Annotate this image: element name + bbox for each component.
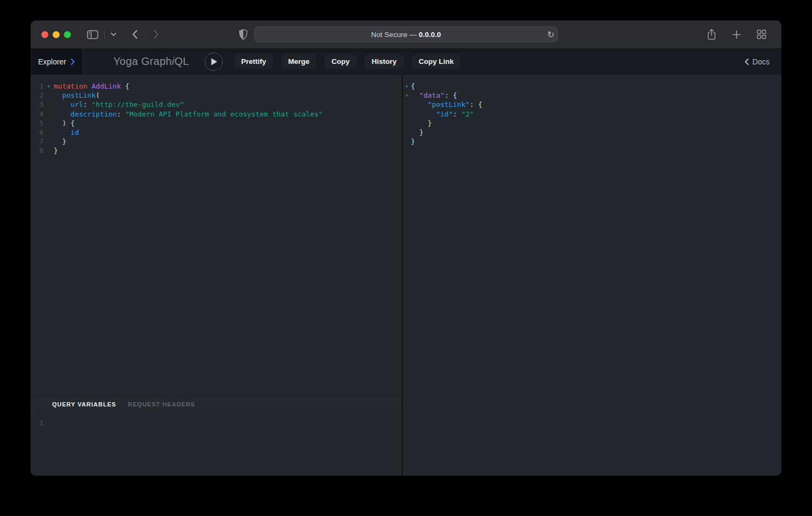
grid-icon [757,30,766,39]
code-text: url: "http://the-guild.dev" [54,100,184,109]
code-text: "id": "2" [411,110,474,119]
chevron-left-icon [744,58,749,66]
left-pane: 1▾mutation AddLink {2 postLink(3 url: "h… [31,75,402,476]
forward-button[interactable] [151,27,162,41]
browser-window: Not Secure — 0.0.0.0 ↻ [31,20,781,476]
code-line[interactable]: 3 url: "http://the-guild.dev" [31,100,402,109]
url-security-text: Not Secure — [371,31,417,39]
code-line: "postLink": { [403,100,781,109]
code-text: { [411,82,415,91]
code-line[interactable]: 8} [31,146,402,155]
line-number: 1 [31,82,44,91]
tab-request-headers[interactable]: REQUEST HEADERS [128,401,195,408]
fold-gutter [44,91,54,100]
url-host-text: 0.0.0.0 [419,31,441,39]
prettify-button[interactable]: Prettify [234,54,273,69]
fold-gutter [44,146,54,155]
execute-query-button[interactable] [205,53,223,71]
address-bar[interactable]: Not Secure — 0.0.0.0 ↻ [255,27,558,42]
bottom-panel-tabs: QUERY VARIABLES REQUEST HEADERS [31,397,402,411]
code-text: postLink( [54,91,100,100]
code-text: mutation AddLink { [54,82,129,91]
sidebar-toggle-button[interactable] [85,28,100,41]
fold-arrow-icon[interactable]: ▾ [44,82,54,91]
share-button[interactable] [705,26,719,42]
code-line[interactable]: 7 } [31,137,402,146]
tab-query-variables[interactable]: QUERY VARIABLES [52,401,116,408]
toolbar-buttons: Prettify Merge Copy History Copy Link [234,48,461,75]
code-text: description: "Modern API Platform and ec… [54,110,323,119]
fold-gutter [44,128,54,137]
zoom-button[interactable] [64,31,71,38]
code-line[interactable]: 6 id [31,128,402,137]
query-editor-pane[interactable]: 1▾mutation AddLink {2 postLink(3 url: "h… [31,75,402,397]
explorer-label: Explorer [38,57,66,66]
plus-icon [732,30,741,39]
code-line[interactable]: 2 postLink( [31,91,402,100]
sidebar-icon [87,30,98,39]
code-line[interactable]: 5 ) { [31,119,402,128]
line-number: 6 [31,128,44,137]
nav-controls [85,27,162,41]
fold-gutter [44,119,54,128]
reload-button[interactable]: ↻ [547,30,554,39]
back-button[interactable] [129,27,140,41]
code-line: ▾{ [403,82,781,91]
line-number: 8 [31,146,44,155]
code-text: } [54,137,66,146]
tab-group-chevron-button[interactable] [108,30,119,39]
close-button[interactable] [41,31,48,38]
line-number: 1 [31,418,44,427]
chevron-left-icon [132,30,138,39]
divider [104,31,105,39]
fold-gutter [44,110,54,119]
code-line: "id": "2" [403,110,781,119]
fold-gutter [403,119,411,128]
code-text: } [54,146,58,155]
copy-button[interactable]: Copy [324,54,357,69]
code-line: } [403,119,781,128]
history-button[interactable]: History [365,54,404,69]
copy-link-button[interactable]: Copy Link [412,54,461,69]
tab-overview-button[interactable] [755,27,769,41]
docs-toggle-button[interactable]: Docs [744,57,770,66]
code-text: "postLink": { [411,100,482,109]
play-icon [211,58,218,66]
fold-gutter [403,137,411,146]
address-bar-group: Not Secure — 0.0.0.0 ↻ [255,27,558,42]
code-text: id [54,128,79,137]
response-pane: ▾{▾ "data": { "postLink": { "id": "2" } … [403,75,781,476]
docs-label: Docs [752,57,770,66]
code-text: } [411,137,415,146]
code-line[interactable]: 1 [31,418,402,427]
minimize-button[interactable] [53,31,60,38]
titlebar: Not Secure — 0.0.0.0 ↻ [31,20,781,48]
code-text: ) { [54,119,75,128]
privacy-report-button[interactable] [237,27,250,42]
fold-gutter [403,110,411,119]
code-text: } [411,128,423,137]
fold-gutter [403,128,411,137]
shield-icon [239,29,248,40]
app-title: Yoga GraphiQL [113,55,189,68]
traffic-lights [41,31,71,38]
fold-gutter [44,100,54,109]
graphiql-toolbar: Explorer Yoga GraphiQL Prettify Merge Co… [31,48,781,75]
share-icon [707,28,716,40]
new-tab-button[interactable] [730,28,743,41]
fold-arrow-icon[interactable]: ▾ [403,91,411,100]
code-line[interactable]: 4 description: "Modern API Platform and … [31,110,402,119]
code-line: ▾ "data": { [403,91,781,100]
line-number: 7 [31,137,44,146]
code-line[interactable]: 1▾mutation AddLink { [31,82,402,91]
merge-button[interactable]: Merge [281,54,317,69]
fold-gutter [403,100,411,109]
main-content: 1▾mutation AddLink {2 postLink(3 url: "h… [31,75,781,476]
fold-arrow-icon[interactable]: ▾ [403,82,411,91]
variables-editor-pane[interactable]: 1 [31,411,402,476]
line-number: 5 [31,119,44,128]
line-number: 4 [31,110,44,119]
chevron-right-icon [70,58,75,66]
line-number: 2 [31,91,44,100]
explorer-toggle-button[interactable]: Explorer [31,48,83,75]
